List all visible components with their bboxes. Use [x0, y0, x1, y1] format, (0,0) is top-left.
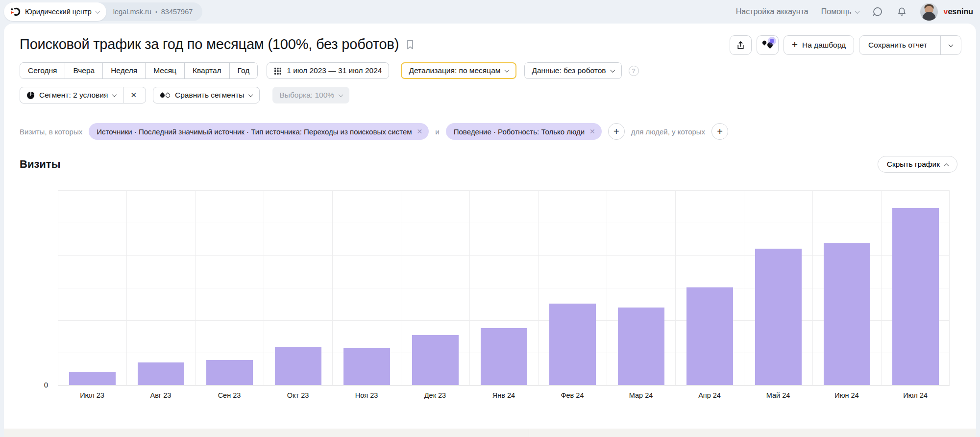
- counter-select[interactable]: Юридический центр: [4, 2, 106, 21]
- filter-chip-source[interactable]: Источники · Последний значимый источник …: [89, 123, 429, 140]
- bar-Мар 24[interactable]: [618, 308, 664, 385]
- gridline: [744, 190, 744, 385]
- and-label: и: [435, 128, 439, 136]
- hide-chart-button[interactable]: Скрыть график: [878, 156, 957, 173]
- gridline: [401, 190, 401, 385]
- bar-Июл 24[interactable]: [892, 208, 939, 385]
- help-menu[interactable]: Помощь: [821, 7, 859, 16]
- bar-Янв 24[interactable]: [481, 328, 527, 385]
- calendar-grid-icon: [274, 67, 282, 75]
- sampling-dropdown[interactable]: Выборка: 100%: [272, 87, 349, 103]
- period-tab-3[interactable]: Неделя: [102, 63, 145, 78]
- bar-Апр 24[interactable]: [686, 287, 733, 385]
- y-axis-zero-label: 0: [40, 381, 52, 389]
- bar-Сен 23[interactable]: [206, 360, 253, 385]
- chevron-down-icon: [95, 9, 100, 14]
- x-tick-label: Май 24: [744, 391, 812, 399]
- bar-Июл 23[interactable]: [69, 372, 116, 385]
- bookmark-icon[interactable]: [405, 39, 416, 51]
- compare-segments-button[interactable]: Сравнить сегменты: [153, 87, 260, 103]
- chevron-down-icon: [949, 42, 954, 47]
- chevron-down-icon: [505, 68, 510, 73]
- bar-Фев 24[interactable]: [549, 304, 596, 385]
- x-tick-label: Окт 23: [264, 391, 332, 399]
- segment-pie-icon: [27, 92, 34, 99]
- period-tab-2[interactable]: Вчера: [65, 63, 102, 78]
- bar-Июн 24[interactable]: [824, 243, 870, 385]
- visits-condition-label: Визиты, в которых: [20, 128, 82, 136]
- account-settings-link[interactable]: Настройка аккаунта: [736, 7, 808, 16]
- segment-dropdown[interactable]: Сегмент: 2 условия: [39, 91, 108, 100]
- counter-meta: legal.msk.ru • 83457967: [106, 8, 203, 16]
- gridline: [538, 190, 539, 385]
- notifications-button[interactable]: [896, 6, 907, 18]
- add-people-condition-button[interactable]: +: [711, 123, 728, 140]
- export-button[interactable]: [730, 35, 752, 55]
- period-tab-4[interactable]: Месяц: [145, 63, 184, 78]
- username[interactable]: vesninu: [944, 7, 973, 16]
- chart-title: Визиты: [20, 158, 60, 171]
- period-tab-6[interactable]: Год: [229, 63, 258, 78]
- gridline: [58, 255, 950, 256]
- date-range-button[interactable]: 1 июл 2023 — 31 июл 2024: [267, 62, 389, 79]
- divider: [123, 87, 123, 103]
- x-tick-label: Июн 24: [812, 391, 881, 399]
- x-tick-label: Дек 23: [401, 391, 469, 399]
- gridline: [58, 223, 950, 223]
- report-header: Поисковой трафик за год по месяцам (100%…: [4, 24, 976, 52]
- visits-bar-chart: 0 Июл 23Авг 23Сен 23Окт 23Ноя 23Дек 23Ян…: [4, 190, 976, 406]
- x-tick-label: Июл 23: [58, 391, 126, 399]
- detalization-dropdown[interactable]: Детализация: по месяцам: [401, 62, 516, 79]
- remove-filter-icon[interactable]: ✕: [417, 128, 423, 135]
- x-tick-label: Ноя 23: [332, 391, 401, 399]
- add-to-dashboard-button[interactable]: + На дашборд: [784, 35, 854, 55]
- bar-Ноя 23[interactable]: [343, 348, 390, 385]
- bar-Май 24[interactable]: [755, 249, 802, 385]
- period-tab-5[interactable]: Квартал: [184, 63, 229, 78]
- save-report-button[interactable]: Сохранить отчет: [859, 36, 936, 54]
- gridline: [58, 190, 950, 191]
- gridline: [58, 288, 950, 288]
- chevron-down-icon: [339, 92, 343, 97]
- chat-bubble-icon: [872, 6, 883, 18]
- topbar-right: Настройка аккаунта Помощь vesninu: [736, 3, 973, 21]
- gridline: [812, 190, 813, 385]
- save-report-dropdown[interactable]: [940, 36, 961, 54]
- bar-Дек 23[interactable]: [412, 335, 459, 385]
- period-tabs: СегодняВчераНеделяМесяцКварталГод: [20, 62, 258, 79]
- x-tick-label: Фев 24: [538, 391, 607, 399]
- drops-icon: [160, 93, 170, 98]
- dot-separator: •: [155, 9, 157, 15]
- chevron-down-icon: [610, 68, 615, 73]
- filter-chip-behavior[interactable]: Поведение · Роботность: Только люди ✕: [446, 123, 602, 140]
- filter-chips-row: Визиты, в которых Источники · Последний …: [20, 123, 961, 140]
- ai-assistant-button[interactable]: [757, 35, 779, 55]
- remove-filter-icon[interactable]: ✕: [589, 128, 595, 135]
- help-icon[interactable]: ?: [629, 66, 639, 76]
- x-tick-label: Сен 23: [195, 391, 264, 399]
- bar-Окт 23[interactable]: [275, 347, 321, 385]
- page-title: Поисковой трафик за год по месяцам (100%…: [20, 36, 416, 52]
- data-accuracy-dropdown[interactable]: Данные: без роботов: [524, 62, 621, 79]
- add-visit-condition-button[interactable]: +: [608, 123, 625, 140]
- next-section-edge: [4, 429, 976, 437]
- gridline: [881, 190, 882, 385]
- ai-badge-dot: [770, 39, 774, 43]
- topbar: Юридический центр legal.msk.ru • 8345796…: [0, 0, 980, 24]
- gridline: [332, 190, 333, 385]
- report-actions: + На дашборд Сохранить отчет: [730, 35, 961, 55]
- segment-clear-button[interactable]: ✕: [128, 91, 139, 100]
- gridline: [607, 190, 607, 385]
- chevron-down-icon: [248, 92, 253, 97]
- x-axis-baseline: [58, 385, 950, 386]
- bar-Авг 23[interactable]: [138, 362, 184, 385]
- counter-id: 83457967: [161, 8, 193, 16]
- period-tab-1[interactable]: Сегодня: [20, 63, 65, 78]
- gridline: [949, 190, 950, 385]
- x-tick-label: Авг 23: [126, 391, 195, 399]
- chat-button[interactable]: [872, 6, 883, 18]
- gridline: [58, 190, 58, 385]
- user-avatar[interactable]: [920, 3, 938, 21]
- x-tick-label: Мар 24: [607, 391, 675, 399]
- gridline: [264, 190, 264, 385]
